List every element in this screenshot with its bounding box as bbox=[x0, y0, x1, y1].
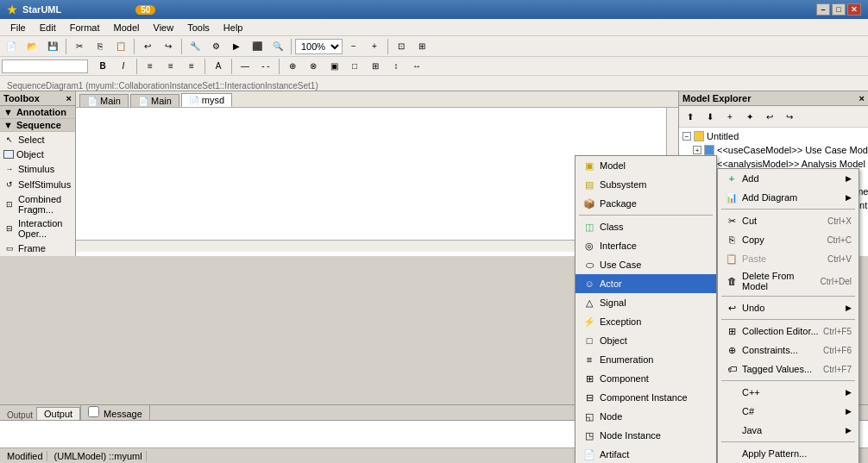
menu-help[interactable]: Help bbox=[217, 21, 250, 34]
save-btn[interactable]: 💾 bbox=[43, 38, 62, 55]
cm2-constraints[interactable]: ⊕ Constraints... Ctrl+F6 bbox=[718, 341, 859, 360]
cm2-paste[interactable]: 📋 Paste Ctrl+V bbox=[718, 249, 859, 268]
output-tab-output[interactable]: Output bbox=[36, 407, 80, 420]
cm2-java[interactable]: Java ▶ bbox=[718, 421, 859, 440]
tb3[interactable]: 🔧 bbox=[186, 38, 204, 55]
me-btn1[interactable]: ⬆ bbox=[681, 108, 700, 125]
message-checkbox[interactable] bbox=[88, 406, 99, 417]
align-right[interactable]: ≡ bbox=[182, 58, 201, 75]
me-btn4[interactable]: ✦ bbox=[740, 108, 759, 125]
tab-main2[interactable]: 📄 Main bbox=[130, 94, 179, 107]
cm-object[interactable]: □ Object bbox=[576, 331, 716, 350]
me-pin[interactable]: × bbox=[859, 93, 865, 103]
align-center[interactable]: ≡ bbox=[161, 58, 180, 75]
copy-btn[interactable]: ⎘ bbox=[91, 38, 110, 55]
maximize-button[interactable]: □ bbox=[832, 3, 846, 16]
me-btn5[interactable]: ↩ bbox=[760, 108, 779, 125]
tb6[interactable]: ⬛ bbox=[248, 38, 267, 55]
zoom-select[interactable]: 100% 75% 50% 150% 200% bbox=[295, 39, 343, 54]
fit-btn[interactable]: ⊡ bbox=[392, 38, 411, 55]
tb9[interactable]: ⊕ bbox=[283, 58, 302, 75]
cm-model[interactable]: ▣ Model bbox=[576, 156, 716, 175]
menu-file[interactable]: File bbox=[3, 21, 33, 34]
cm-node-instance[interactable]: ◳ Node Instance bbox=[576, 426, 716, 445]
cm-actor[interactable]: ☺ Actor bbox=[576, 274, 716, 293]
tb8[interactable]: ⊞ bbox=[412, 38, 431, 55]
cut-btn[interactable]: ✂ bbox=[70, 38, 89, 55]
toolbox-selfstimulus[interactable]: ↺ SelfStimulus bbox=[0, 177, 75, 192]
tb7[interactable]: 🔍 bbox=[268, 38, 287, 55]
tb4[interactable]: ⚙ bbox=[206, 38, 225, 55]
tb14[interactable]: ↕ bbox=[387, 58, 406, 75]
cm2-cpp[interactable]: C++ ▶ bbox=[718, 383, 859, 402]
close-button[interactable]: ✕ bbox=[847, 3, 861, 16]
menu-format[interactable]: Format bbox=[63, 21, 107, 34]
toolbox-stimulus[interactable]: → Stimulus bbox=[0, 161, 75, 177]
cm2-add-diagram[interactable]: 📊 Add Diagram ▶ bbox=[718, 188, 859, 207]
cm2-cut[interactable]: ✂ Cut Ctrl+X bbox=[718, 211, 859, 230]
menu-edit[interactable]: Edit bbox=[33, 21, 63, 34]
paste-btn[interactable]: 📋 bbox=[111, 38, 130, 55]
tab-main1[interactable]: 📄 Main bbox=[79, 94, 129, 107]
toolbox-interaction-oper[interactable]: ⊟ Interaction Oper... bbox=[0, 216, 75, 241]
toolbox-section-annotation[interactable]: ▼Annotation bbox=[0, 106, 75, 119]
align-left[interactable]: ≡ bbox=[141, 58, 160, 75]
cm2-undo[interactable]: ↩ Undo ▶ bbox=[718, 298, 859, 317]
zoom-out[interactable]: − bbox=[344, 38, 363, 55]
tb11[interactable]: ▣ bbox=[324, 58, 343, 75]
tb5[interactable]: ▶ bbox=[227, 38, 246, 55]
cm-node[interactable]: ◱ Node bbox=[576, 407, 716, 426]
cm2-csharp[interactable]: C# ▶ bbox=[718, 402, 859, 421]
toolbox-select[interactable]: ↖ Select bbox=[0, 132, 75, 147]
menu-view[interactable]: View bbox=[147, 21, 181, 34]
tree-untitled[interactable]: − Untitled bbox=[681, 129, 866, 143]
cm-usecase[interactable]: ⬭ Use Case bbox=[576, 255, 716, 274]
toolbox-frame[interactable]: ▭ Frame bbox=[0, 241, 75, 256]
output-tab-message[interactable]: Message bbox=[80, 404, 150, 420]
exp-usecase[interactable]: + bbox=[693, 146, 701, 154]
undo-btn[interactable]: ↩ bbox=[138, 38, 157, 55]
minimize-button[interactable]: – bbox=[816, 3, 830, 16]
cm2-copy[interactable]: ⎘ Copy Ctrl+C bbox=[718, 230, 859, 249]
cm-subsystem[interactable]: ▤ Subsystem bbox=[576, 175, 716, 194]
cm-artifact[interactable]: 📄 Artifact bbox=[576, 445, 716, 463]
toolbox-combined-frag[interactable]: ⊡ Combined Fragm... bbox=[0, 192, 75, 216]
tb10[interactable]: ⊗ bbox=[304, 58, 323, 75]
toolbox-section-sequence[interactable]: ▼Sequence bbox=[0, 119, 75, 132]
open-btn[interactable]: 📂 bbox=[22, 38, 41, 55]
italic-btn[interactable]: I bbox=[114, 58, 133, 75]
tb13[interactable]: ⊞ bbox=[366, 58, 385, 75]
cm-enumeration[interactable]: ≡ Enumeration bbox=[576, 350, 716, 369]
zoom-in[interactable]: + bbox=[365, 38, 384, 55]
menu-tools[interactable]: Tools bbox=[180, 21, 217, 34]
me-btn6[interactable]: ↪ bbox=[780, 108, 799, 125]
cm-interface[interactable]: ◎ Interface bbox=[576, 236, 716, 255]
redo-btn[interactable]: ↪ bbox=[159, 38, 178, 55]
cm-signal[interactable]: △ Signal bbox=[576, 293, 716, 312]
dash-btn[interactable]: - - bbox=[256, 58, 275, 75]
color-btn[interactable]: A bbox=[209, 58, 228, 75]
me-btn3[interactable]: + bbox=[720, 108, 739, 125]
font-field[interactable] bbox=[2, 59, 88, 73]
cm-component-instance[interactable]: ⊟ Component Instance bbox=[576, 388, 716, 407]
cm2-tagged[interactable]: 🏷 Tagged Values... Ctrl+F7 bbox=[718, 360, 859, 379]
cm-class[interactable]: ◫ Class bbox=[576, 217, 716, 236]
tab-mysd[interactable]: 📄 mysd bbox=[181, 93, 232, 107]
tb12[interactable]: □ bbox=[345, 58, 364, 75]
toolbox-pin[interactable]: × bbox=[66, 93, 72, 103]
menu-model[interactable]: Model bbox=[107, 21, 147, 34]
cm-exception[interactable]: ⚡ Exception bbox=[576, 312, 716, 331]
bold-btn[interactable]: B bbox=[93, 58, 112, 75]
cm2-apply-pattern[interactable]: Apply Pattern... bbox=[718, 444, 859, 463]
cm-component[interactable]: ⊞ Component bbox=[576, 369, 716, 388]
tb15[interactable]: ↔ bbox=[407, 58, 426, 75]
me-btn2[interactable]: ⬇ bbox=[701, 108, 720, 125]
toolbox-object[interactable]: Object bbox=[0, 147, 75, 161]
exp-untitled[interactable]: − bbox=[682, 132, 691, 141]
cm2-delete[interactable]: 🗑 Delete From Model Ctrl+Del bbox=[718, 268, 859, 294]
line-btn[interactable]: — bbox=[236, 58, 255, 75]
new-btn[interactable]: 📄 bbox=[2, 38, 21, 55]
cm2-collection[interactable]: ⊞ Collection Editor... Ctrl+F5 bbox=[718, 322, 859, 341]
window-controls[interactable]: – □ ✕ bbox=[816, 3, 861, 16]
cm-package[interactable]: 📦 Package bbox=[576, 194, 716, 213]
